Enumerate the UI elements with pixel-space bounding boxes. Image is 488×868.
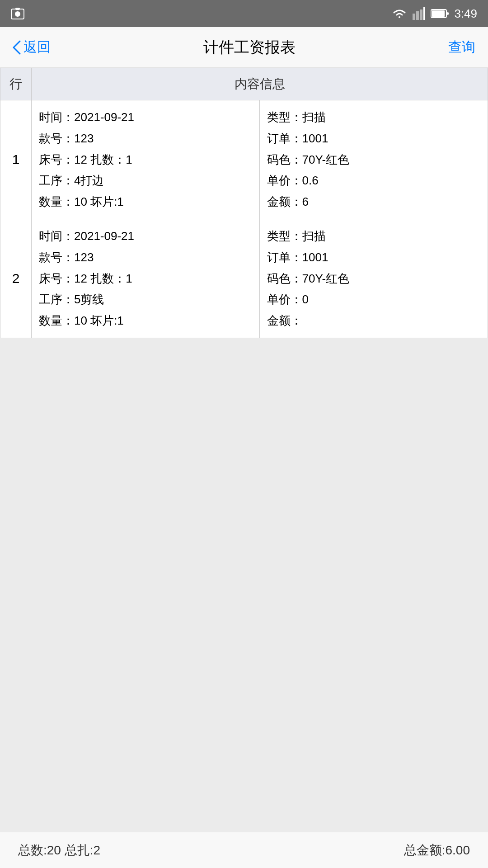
query-button[interactable]: 查询 bbox=[448, 38, 475, 57]
row2-right-line4: 单价：0 bbox=[267, 289, 481, 310]
battery-icon bbox=[431, 8, 449, 19]
table-row: 1 时间：2021-09-21 款号：123 床号：12 扎数：1 工序：4打边… bbox=[0, 100, 488, 219]
content-right-1: 类型：扫描 订单：1001 码色：70Y-红色 单价：0.6 金额：6 bbox=[260, 100, 488, 219]
row1-right-line5: 金额：6 bbox=[267, 191, 481, 212]
content-left-2: 时间：2021-09-21 款号：123 床号：12 扎数：1 工序：5剪线 数… bbox=[32, 219, 260, 338]
row1-right-line4: 单价：0.6 bbox=[267, 170, 481, 191]
nav-bar: 返回 计件工资报表 查询 bbox=[0, 27, 488, 68]
status-bar-left bbox=[11, 7, 24, 20]
row2-left-line2: 款号：123 bbox=[39, 247, 252, 268]
wifi-icon bbox=[392, 7, 407, 20]
row-content-2: 时间：2021-09-21 款号：123 床号：12 扎数：1 工序：5剪线 数… bbox=[32, 219, 488, 338]
status-time: 3:49 bbox=[454, 7, 477, 21]
row2-right-line3: 码色：70Y-红色 bbox=[267, 268, 481, 289]
row1-left-line3: 床号：12 扎数：1 bbox=[39, 149, 252, 170]
svg-rect-8 bbox=[432, 10, 445, 17]
status-bar-right: 3:49 bbox=[392, 7, 477, 21]
row1-right-line1: 类型：扫描 bbox=[267, 107, 481, 128]
svg-point-1 bbox=[15, 11, 20, 17]
status-bar: 3:49 bbox=[0, 0, 488, 27]
svg-rect-5 bbox=[420, 9, 422, 20]
row2-right-line2: 订单：1001 bbox=[267, 247, 481, 268]
content-left-1: 时间：2021-09-21 款号：123 床号：12 扎数：1 工序：4打边 数… bbox=[32, 100, 260, 219]
row1-right-line2: 订单：1001 bbox=[267, 128, 481, 149]
row-content-1: 时间：2021-09-21 款号：123 床号：12 扎数：1 工序：4打边 数… bbox=[32, 100, 488, 219]
row-number-2: 2 bbox=[0, 219, 32, 338]
row-number-1: 1 bbox=[0, 100, 32, 219]
footer: 总数:20 总扎:2 总金额:6.00 bbox=[0, 832, 488, 868]
content-grid-1: 时间：2021-09-21 款号：123 床号：12 扎数：1 工序：4打边 数… bbox=[32, 100, 488, 219]
row2-left-line1: 时间：2021-09-21 bbox=[39, 226, 252, 247]
table-container: 行 内容信息 1 时间：2021-09-21 款号：123 床号：12 扎数：1… bbox=[0, 68, 488, 868]
footer-total-count: 总数:20 总扎:2 bbox=[18, 842, 100, 859]
row1-left-line5: 数量：10 坏片:1 bbox=[39, 191, 252, 212]
col-header-row: 行 bbox=[0, 68, 32, 100]
content-grid-2: 时间：2021-09-21 款号：123 床号：12 扎数：1 工序：5剪线 数… bbox=[32, 219, 488, 338]
back-button[interactable]: 返回 bbox=[13, 38, 51, 57]
svg-rect-6 bbox=[423, 7, 425, 20]
row2-right-line5: 金额： bbox=[267, 310, 481, 331]
table-row: 2 时间：2021-09-21 款号：123 床号：12 扎数：1 工序：5剪线… bbox=[0, 219, 488, 338]
row1-right-line3: 码色：70Y-红色 bbox=[267, 149, 481, 170]
row2-left-line4: 工序：5剪线 bbox=[39, 289, 252, 310]
photo-icon bbox=[11, 7, 24, 20]
back-label: 返回 bbox=[23, 38, 51, 57]
row2-right-line1: 类型：扫描 bbox=[267, 226, 481, 247]
table-header: 行 内容信息 bbox=[0, 68, 488, 100]
data-table: 行 内容信息 1 时间：2021-09-21 款号：123 床号：12 扎数：1… bbox=[0, 68, 488, 338]
svg-rect-2 bbox=[15, 8, 20, 10]
table-body: 1 时间：2021-09-21 款号：123 床号：12 扎数：1 工序：4打边… bbox=[0, 100, 488, 338]
page-title: 计件工资报表 bbox=[203, 37, 296, 58]
svg-rect-9 bbox=[447, 12, 449, 15]
row1-left-line2: 款号：123 bbox=[39, 128, 252, 149]
footer-total-amount: 总金额:6.00 bbox=[404, 842, 470, 859]
row1-left-line4: 工序：4打边 bbox=[39, 170, 252, 191]
col-header-content: 内容信息 bbox=[32, 68, 488, 100]
content-right-2: 类型：扫描 订单：1001 码色：70Y-红色 单价：0 金额： bbox=[260, 219, 488, 338]
svg-rect-3 bbox=[413, 14, 415, 20]
signal-icon bbox=[413, 7, 425, 20]
chevron-left-icon bbox=[13, 40, 21, 55]
row2-left-line5: 数量：10 坏片:1 bbox=[39, 310, 252, 331]
row2-left-line3: 床号：12 扎数：1 bbox=[39, 268, 252, 289]
row1-left-line1: 时间：2021-09-21 bbox=[39, 107, 252, 128]
svg-rect-4 bbox=[416, 11, 419, 20]
